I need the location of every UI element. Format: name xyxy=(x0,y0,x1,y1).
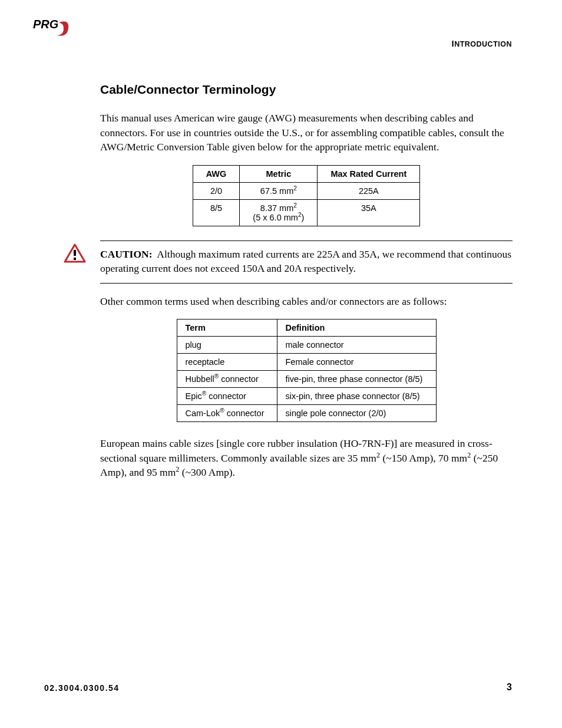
svg-text:PRG: PRG xyxy=(33,18,58,31)
col-def: Definition xyxy=(277,319,436,337)
table-row: 2/0 67.5 mm2 225A xyxy=(193,182,420,199)
caution-text: CAUTION: Although maximum rated currents… xyxy=(100,247,513,276)
euro-paragraph: European mains cable sizes [single core … xyxy=(100,436,513,480)
svg-rect-1 xyxy=(74,250,76,256)
terms-table: Term Definition plug male connector rece… xyxy=(177,319,437,422)
header-section-label: INTRODUCTION xyxy=(451,38,512,48)
table-row: Epic® connector six-pin, three phase con… xyxy=(177,388,436,405)
col-max: Max Rated Current xyxy=(318,165,420,182)
table-row: receptacle Female connector xyxy=(177,354,436,371)
table-row: Cam-Lok® connector single pole connector… xyxy=(177,405,436,422)
footer-doc-id: 02.3004.0300.54 xyxy=(44,683,120,693)
table-row: 8/5 8.37 mm2 (5 x 6.0 mm2) 35A xyxy=(193,199,420,226)
table-row: plug male connector xyxy=(177,337,436,354)
caution-block: CAUTION: Although maximum rated currents… xyxy=(100,241,513,284)
intro-paragraph: This manual uses American wire gauge (AW… xyxy=(100,111,513,154)
col-awg: AWG xyxy=(193,165,240,182)
col-term: Term xyxy=(177,319,277,337)
table-row: Hubbell® connector five-pin, three phase… xyxy=(177,371,436,388)
prg-logo: PRG xyxy=(33,18,79,41)
col-metric: Metric xyxy=(240,165,318,182)
table-header-row: Term Definition xyxy=(177,319,436,337)
section-title: Cable/Connector Terminology xyxy=(100,83,513,97)
terms-intro: Other common terms used when describing … xyxy=(100,294,513,309)
table-header-row: AWG Metric Max Rated Current xyxy=(193,165,420,182)
awg-metric-table: AWG Metric Max Rated Current 2/0 67.5 mm… xyxy=(193,165,421,226)
svg-rect-2 xyxy=(74,258,76,260)
footer-page-number: 3 xyxy=(507,682,512,693)
warning-icon xyxy=(64,243,86,266)
